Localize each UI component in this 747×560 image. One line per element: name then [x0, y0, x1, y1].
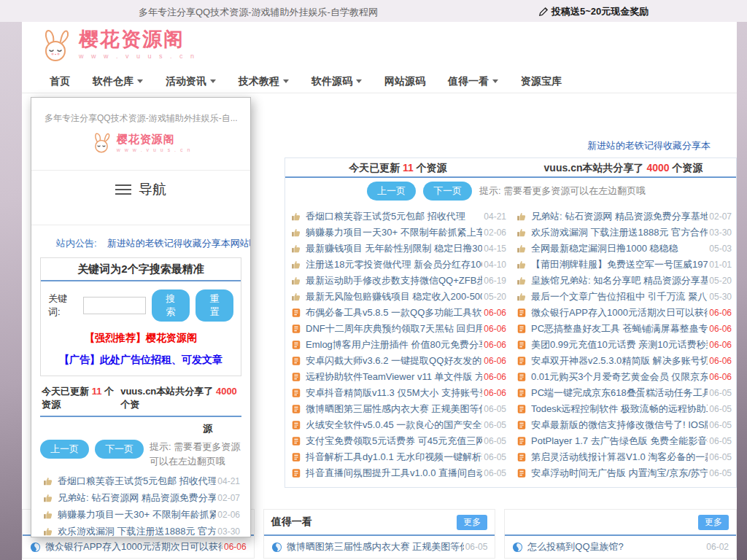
resource-link[interactable]: 注册送18元零投资做代理 新会员分红存1000	[306, 258, 482, 271]
resource-link[interactable]: 微博晒图第三届性感内衣大赛 正规美图等你欣	[306, 402, 482, 416]
resource-date: 06-06	[484, 340, 506, 350]
next-page-button[interactable]: 下一页	[95, 440, 144, 459]
document-icon	[516, 452, 527, 462]
search-button[interactable]: 搜索	[152, 289, 190, 322]
prev-page-button[interactable]: 上一页	[40, 440, 89, 459]
resource-date: 04-21	[217, 476, 240, 486]
hamburger-menu-icon	[115, 182, 131, 198]
resource-link[interactable]: 远程协助软件TeamViewer v11 单文件版 方便	[306, 370, 482, 384]
chevron-down-icon	[210, 79, 216, 83]
resource-link[interactable]: 安卓双开神器v2.5.3.0精简版 解决多账号切换	[531, 354, 708, 368]
nav-item[interactable]: 活动资讯	[166, 75, 216, 88]
nav-item[interactable]: 技术教程	[239, 75, 289, 88]
resource-link[interactable]: DNF十二周年庆典预约领取7天黑钻 回归用户	[306, 322, 482, 335]
resource-link[interactable]: 香烟口粮芙蓉王试货5元包邮 招收代理	[58, 475, 216, 488]
more-button[interactable]: 更多	[698, 515, 729, 530]
resource-list-item: 安卓抖音精简版v11.3 仅5M大小 支持账号登录 06-06	[290, 385, 506, 401]
resource-date: 04-21	[484, 211, 506, 222]
resource-date: 02-06	[484, 228, 506, 238]
document-icon	[516, 372, 527, 382]
resource-link[interactable]: 微博晒图第三届性感内衣大赛 正规美图等你欣赏	[287, 540, 464, 553]
keyword-label: 关键词:	[48, 292, 77, 319]
resource-link[interactable]: 最新运动助手修改步数支持微信QQ+ZFB步	[306, 274, 482, 287]
resource-link[interactable]: 全网最新稳定漏洞日撸1000 稳稳稳	[531, 242, 708, 255]
keyword-input[interactable]	[83, 297, 146, 314]
resource-list-item: 远程协助软件TeamViewer v11 单文件版 方便 06-06	[290, 369, 506, 385]
chevron-down-icon	[492, 79, 498, 83]
resource-link[interactable]: PC恶搞整蛊好友工具 苍蝇铺满屏幕整蛊专家 效	[531, 322, 708, 335]
resource-link[interactable]: 第启灵活动线报计算器V1.0 淘客必备的一款软	[531, 451, 708, 464]
resource-list-item: 抖音解析工具dy1.0.1 无水印视频一键解析软件 06-05	[290, 449, 506, 465]
resource-list-item: 躺赚暴力项目一天30+ 不限制年龄抓紧上 02-06	[40, 506, 241, 523]
resource-link[interactable]: 0.01元购买3个月爱奇艺黄金会员 仅限京东白	[531, 370, 708, 384]
nav-item[interactable]: 软件仓库	[93, 75, 143, 88]
overlay-total-shared: vuus.cn本站共分享了 4000 个资	[120, 385, 240, 411]
resource-link[interactable]: 兄弟站: 钻石资源网 精品资源免费分享基	[58, 491, 216, 505]
resource-link[interactable]: 兄弟站: 钻石资源网 精品资源免费分享基地	[531, 210, 708, 223]
more-button[interactable]: 更多	[457, 515, 487, 530]
resource-date: 05-20	[484, 292, 506, 302]
resource-link[interactable]: 皇族馆兄弟站: 知名分享吧 精品资源分享基地	[531, 274, 708, 287]
resource-link[interactable]: 布偶必备工具v5.8.5 一款QQ多功能工具软件	[306, 306, 482, 319]
resource-link[interactable]: 微众银行APP存入1000元活期次日可以获得无	[531, 306, 708, 319]
resource-link[interactable]: 欢乐游戏漏洞 下载注册送1888元 官方合	[58, 525, 216, 538]
resource-link[interactable]: PC端一键完成京东618叠蛋糕活动任务工具	[531, 386, 708, 400]
resource-link[interactable]: 抖音直播间氛围提升工具v1.0.0 直播间自动发	[306, 467, 482, 480]
overlay-wrapped-char: 源	[40, 417, 241, 437]
resource-link[interactable]: 安卓最新版的微信支持修改微信号了! IOS版	[531, 419, 708, 432]
nav-item[interactable]: 首页	[50, 75, 70, 88]
resource-date: 06-05	[484, 436, 506, 446]
announcement-marquee: 新进站的老铁记得收藏分享本	[587, 139, 711, 152]
pagination-hint: 提示: 需要看更多资源可以在左边翻页哦	[150, 440, 241, 468]
resource-link[interactable]: PotPlayer 1.7 去广告绿色版 免费全能影音播	[531, 435, 708, 448]
resource-link[interactable]: 怎么投稿到QQ皇族馆?	[527, 540, 705, 553]
resource-list-item: 最新无风险包赔赚钱项目 稳定收入200-500元 05-20	[290, 289, 506, 305]
document-icon	[516, 436, 527, 446]
resource-link[interactable]: 安卓抖音精简版v11.3 仅5M大小 支持账号登录	[306, 386, 482, 400]
resource-link[interactable]: Todesk远程控制软件 极致流畅的远程协助工具	[531, 402, 708, 416]
resource-link[interactable]: 安卓浮动时间无广告版 内置淘宝/京东/苏宁/拼	[531, 467, 708, 480]
resource-link[interactable]: Emlog博客用户注册插件 价值80元免费分享	[306, 338, 482, 351]
nav-item[interactable]: 网站源码	[384, 75, 425, 88]
resource-date: 06-05	[709, 468, 732, 478]
next-page-button[interactable]: 下一页	[423, 182, 472, 201]
resource-link[interactable]: 躺赚暴力项目一天30+ 不限制年龄抓紧上车	[306, 226, 482, 239]
resource-link[interactable]: 安卓闪截大师v3.6.2 一键提取QQ好友发的闪图	[306, 354, 482, 368]
nav-item[interactable]: 资源宝库	[521, 75, 562, 88]
resource-link[interactable]: 火绒安全软件v5.0.45 一款良心的国产安全软件	[306, 419, 482, 432]
resource-list-item: 香烟口粮芙蓉王试货5元包邮 招收代理 04-21	[290, 209, 506, 225]
overlay-resource-list: 香烟口粮芙蓉王试货5元包邮 招收代理 04-21 兄弟站: 钻石资源网 精品资源…	[40, 472, 241, 537]
resource-link[interactable]: 香烟口粮芙蓉王试货5元包邮 招收代理	[306, 210, 482, 223]
overlay-notice: 站内公告:新进站的老铁记得收藏分享本网站哦!	[31, 237, 250, 250]
resource-link[interactable]: 欢乐游戏漏洞 下载注册送1888元 官方合作	[531, 226, 708, 239]
prev-page-button[interactable]: 上一页	[367, 182, 416, 201]
resource-link[interactable]: 最新赚钱项目 无年龄性别限制 稳定日撸300+	[306, 242, 482, 255]
resource-link[interactable]: 躺赚暴力项目一天30+ 不限制年龄抓紧上	[58, 508, 216, 521]
document-icon	[516, 308, 527, 318]
promo-ad-slot-link[interactable]: 【广告】此处广告位招租、可发文章	[41, 354, 241, 367]
resource-link[interactable]: 微众银行APP存入1000元活期次日可以获得无门	[45, 540, 222, 553]
resource-link[interactable]: 支付宝免费领取5元话费券 可45元充值三网50	[306, 435, 482, 448]
resource-list-item: 火绒安全软件v5.0.45 一款良心的国产安全软件 06-05	[290, 417, 506, 433]
topbar: 多年专注分享QQ技术资源-游戏辅助外挂娱乐-自学教程网 投稿送5~20元现金奖励	[0, 0, 747, 22]
reset-button[interactable]: 重置	[196, 289, 233, 322]
resource-list-right: 兄弟站: 钻石资源网 精品资源免费分享基地 02-07 欢乐游戏漏洞 下载注册送…	[511, 209, 736, 481]
resource-link[interactable]: 【莆田潮牌鞋服】免费送空军一号匡威1970s	[531, 258, 708, 271]
chevron-down-icon	[283, 79, 289, 83]
thumbs-up-icon	[43, 510, 53, 520]
resource-link[interactable]: 最新无风险包赔赚钱项目 稳定收入200-500元	[306, 290, 482, 303]
resource-link[interactable]: 抖音解析工具dy1.0.1 无水印视频一键解析软件	[306, 451, 482, 464]
pencil-icon	[538, 7, 549, 17]
resource-link[interactable]: 美团0.99元充值10元话费 亲测10元话费秒到	[531, 338, 708, 351]
resource-link[interactable]: 最后一个文章广告位招租中 引千万流 聚八方	[531, 290, 708, 303]
resource-date: 02-07	[217, 493, 240, 503]
mobile-preview-overlay: 多年专注分享QQ技术资源-游戏辅助外挂娱乐-自... 樱花资源阁 w w w .…	[31, 97, 251, 537]
nav-item[interactable]: 软件源码	[311, 75, 362, 88]
site-logo[interactable]: 樱花资源阁 w w w . v u u s . c n	[38, 26, 197, 63]
overlay-nav-toggle[interactable]: 导航	[31, 171, 250, 209]
overlay-logo[interactable]: 樱花资源阁 w w w . v u u s . c n	[31, 131, 250, 154]
document-icon	[516, 404, 527, 414]
nav-item[interactable]: 值得一看	[448, 75, 498, 88]
promo-recommended-link[interactable]: 【强烈推荐】樱花资源阁	[41, 332, 241, 345]
document-icon	[291, 452, 301, 462]
